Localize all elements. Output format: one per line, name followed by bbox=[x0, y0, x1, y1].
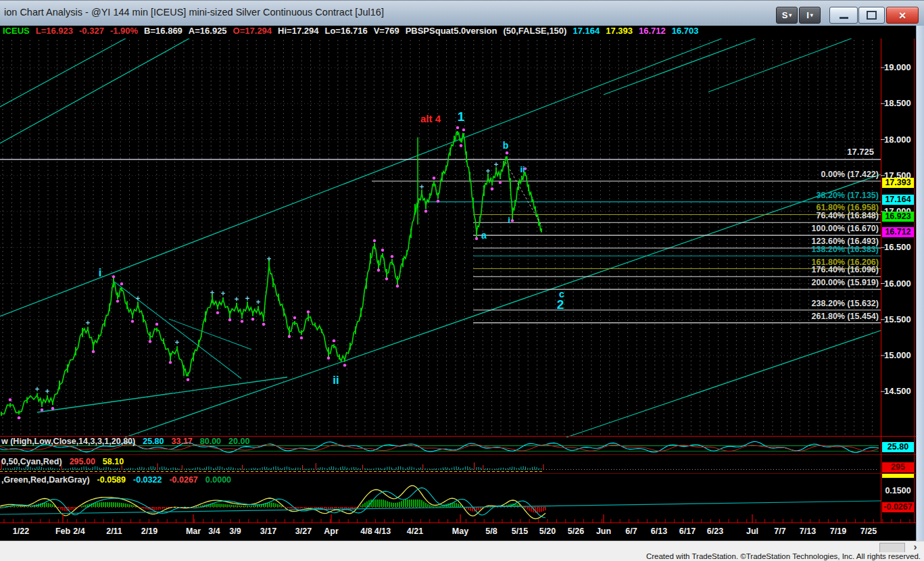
quote-segment: 16.703 bbox=[672, 26, 699, 36]
chart-canvas[interactable] bbox=[0, 0, 924, 561]
maximize-icon bbox=[867, 11, 877, 20]
quote-segment: 17.393 bbox=[606, 26, 633, 36]
quote-segment: A=16.925 bbox=[189, 26, 227, 36]
title-bar[interactable]: ion Chart Analysis - @YI 144 min [ICEUS]… bbox=[0, 0, 924, 26]
quote-segment: O=17.294 bbox=[233, 26, 272, 36]
i-button-label: I bbox=[806, 10, 809, 20]
quote-segment: -0.327 bbox=[79, 26, 104, 36]
quote-bar: ICEUSL=16.923-0.327-1.90%B=16.869A=16.92… bbox=[0, 26, 924, 39]
chevron-down-icon: ▾ bbox=[810, 13, 813, 18]
horizontal-scrollbar[interactable]: › bbox=[0, 541, 924, 553]
minimize-icon bbox=[840, 17, 848, 19]
quote-segment: Lo=16.716 bbox=[324, 26, 367, 36]
scroll-right-icon[interactable]: › bbox=[908, 541, 922, 552]
quote-segment: -1.90% bbox=[110, 26, 138, 36]
chart-analysis-window: 19.00018.50018.00017.50017.00016.50016.0… bbox=[0, 0, 924, 561]
quote-segment: L=16.923 bbox=[36, 26, 73, 36]
quote-segment: B=16.869 bbox=[144, 26, 183, 36]
window-title: ion Chart Analysis - @YI 144 min [ICEUS]… bbox=[4, 7, 384, 18]
vertical-scrollbar[interactable] bbox=[916, 26, 924, 541]
quote-segment: 16.712 bbox=[639, 26, 666, 36]
s-button-label: S bbox=[782, 10, 788, 20]
scrollbar-thumb[interactable] bbox=[879, 543, 905, 553]
quote-segment: V=769 bbox=[374, 26, 399, 36]
quote-segment: Hi=17.294 bbox=[278, 26, 318, 36]
quote-segment: PBSPSquat5.0version bbox=[406, 26, 497, 36]
chevron-down-icon: ▾ bbox=[789, 13, 792, 18]
close-button[interactable]: ✕ bbox=[886, 7, 919, 24]
quote-segment: (50,FALSE,150) bbox=[503, 26, 566, 36]
status-bar: Created with TradeStation. ©TradeStation… bbox=[0, 552, 924, 561]
minimize-button[interactable] bbox=[829, 7, 858, 24]
quote-segment: 17.164 bbox=[573, 26, 600, 36]
quote-segment: ICEUS bbox=[3, 26, 30, 36]
maximize-button[interactable] bbox=[858, 7, 885, 24]
close-icon: ✕ bbox=[898, 10, 906, 21]
i-dropdown-button[interactable]: I ▾ bbox=[799, 7, 821, 24]
s-dropdown-button[interactable]: S ▾ bbox=[776, 7, 798, 24]
status-text: Created with TradeStation. ©TradeStation… bbox=[646, 552, 921, 560]
